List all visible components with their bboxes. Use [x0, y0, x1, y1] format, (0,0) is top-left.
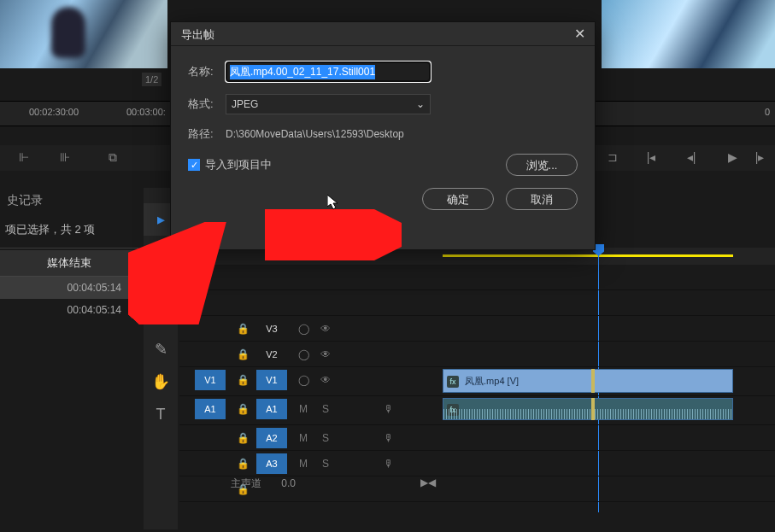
step-back2-icon[interactable]: ◂|: [683, 149, 700, 166]
video-clip[interactable]: fx 凤凰.mp4 [V]: [443, 369, 733, 393]
format-select[interactable]: JPEG ⌄: [226, 94, 431, 114]
selection-status: 项已选择，共 2 项: [0, 212, 138, 248]
eye-icon[interactable]: 👁: [314, 342, 337, 366]
track-v3[interactable]: 🔒 V3 ◯ 👁: [179, 316, 775, 342]
import-label: 导入到项目中: [205, 157, 272, 172]
browse-button[interactable]: 浏览...: [506, 154, 578, 176]
annotation-arrow: [265, 209, 402, 260]
insert-icon[interactable]: ⧉: [104, 149, 121, 166]
dialog-titlebar[interactable]: 导出帧 ✕: [171, 22, 595, 46]
track-label-v2[interactable]: V2: [256, 344, 287, 365]
program-monitor-thumb-left: [0, 0, 167, 68]
close-icon[interactable]: ✕: [571, 26, 588, 43]
lock-icon[interactable]: 🔒: [231, 451, 255, 476]
cancel-button[interactable]: 取消: [506, 188, 578, 210]
master-label: 主声道: [231, 477, 261, 489]
track-label-a3[interactable]: A3: [256, 453, 287, 474]
history-col-header[interactable]: 媒体结束: [0, 250, 138, 277]
solo-icon[interactable]: S: [314, 425, 337, 450]
annotation-arrow: [128, 222, 231, 324]
track-label-v3[interactable]: V3: [256, 319, 287, 339]
dialog-title: 导出帧: [181, 28, 214, 41]
fx-badge: fx: [447, 404, 459, 416]
audio-clip[interactable]: fx: [443, 398, 733, 420]
type-tool-icon[interactable]: T: [144, 398, 178, 430]
lock-icon[interactable]: 🔒: [231, 342, 255, 366]
ruler-tick: 00:02:30:00: [29, 107, 79, 117]
toggle-output-icon[interactable]: ◯: [292, 367, 314, 395]
loop-icon[interactable]: ▶◀: [420, 476, 436, 488]
mic-icon[interactable]: 🎙: [378, 451, 400, 476]
chevron-down-icon: ⌄: [416, 98, 425, 110]
solo-icon[interactable]: S: [314, 451, 337, 476]
track-v1[interactable]: V1 🔒 V1 ◯ 👁 fx 凤凰.mp4 [V]: [179, 367, 775, 396]
mic-icon[interactable]: 🎙: [378, 396, 400, 424]
timeline-panel: 🔒 V3 ◯ 👁 🔒 V2 ◯ 👁 V1 🔒 V1 ◯ 👁 fx 凤凰.mp4 …: [179, 248, 775, 532]
format-label: 格式:: [188, 96, 226, 112]
track-a3[interactable]: 🔒 A3 M S 🎙: [179, 451, 775, 476]
ok-button[interactable]: 确定: [422, 188, 494, 210]
lock-icon[interactable]: 🔒: [231, 316, 255, 341]
step-fwd2-icon[interactable]: |▸: [751, 149, 768, 166]
name-input[interactable]: [226, 61, 431, 82]
solo-icon[interactable]: S: [314, 396, 337, 424]
mic-icon[interactable]: 🎙: [378, 425, 400, 450]
toggle-output-icon[interactable]: ◯: [292, 316, 314, 341]
path-label: 路径:: [188, 126, 226, 142]
fx-badge: fx: [447, 376, 459, 388]
mark-out-icon[interactable]: ⊐: [604, 149, 621, 166]
source-patch-a1[interactable]: A1: [195, 399, 226, 419]
source-patch-v1[interactable]: V1: [195, 370, 226, 390]
toggle-output-icon[interactable]: ◯: [292, 342, 314, 366]
lock-icon[interactable]: 🔒: [231, 425, 255, 450]
ruler-tick: 00:03:00:: [126, 107, 166, 117]
pen-tool-icon[interactable]: ✎: [144, 333, 178, 365]
track-a2[interactable]: 🔒 A2 M S 🎙: [179, 425, 775, 451]
thumb-page-count: 1/2: [142, 73, 161, 86]
track-label-v1[interactable]: V1: [256, 370, 287, 390]
clip-edge[interactable]: [591, 369, 595, 393]
track-a1[interactable]: A1 🔒 A1 M S 🎙 fx: [179, 396, 775, 425]
lock-icon[interactable]: 🔒: [231, 367, 255, 395]
track-master[interactable]: 🔒 主声道 0.0 ▶◀: [179, 476, 775, 502]
mute-icon[interactable]: M: [292, 451, 314, 476]
path-value: D:\360MoveData\Users\12593\Desktop: [226, 128, 404, 140]
cursor-icon: [327, 195, 339, 213]
check-icon: ✓: [188, 159, 200, 171]
track-label-a1[interactable]: A1: [256, 399, 287, 419]
clip-edge[interactable]: [591, 398, 595, 420]
lock-icon[interactable]: 🔒: [231, 396, 255, 424]
play-icon[interactable]: ▶: [724, 149, 741, 166]
svg-line-1: [137, 239, 205, 316]
history-row[interactable]: 00:04:05:14: [0, 299, 138, 321]
ruler-tick: 0: [765, 107, 770, 117]
step-fwd-icon[interactable]: ⊪: [56, 149, 73, 166]
history-panel: 史记录 项已选择，共 2 项 媒体结束 00:04:05:14 00:04:05…: [0, 190, 138, 321]
import-checkbox[interactable]: ✓ 导入到项目中: [188, 157, 272, 172]
step-back-icon[interactable]: ⊩: [15, 149, 32, 166]
mute-icon[interactable]: M: [292, 425, 314, 450]
history-row[interactable]: 00:04:05:14: [0, 277, 138, 299]
work-area-bar[interactable]: [443, 254, 733, 257]
hand-tool-icon[interactable]: ✋: [144, 365, 178, 398]
name-label: 名称:: [188, 64, 226, 79]
eye-icon[interactable]: 👁: [314, 367, 337, 395]
program-monitor-thumb-right: [602, 0, 775, 68]
history-title: 史记录: [0, 190, 138, 212]
master-value: 0.0: [281, 477, 296, 489]
go-in-icon[interactable]: |◂: [643, 149, 660, 166]
clip-label: 凤凰.mp4 [V]: [465, 376, 519, 386]
mute-icon[interactable]: M: [292, 396, 314, 424]
track-label-a2[interactable]: A2: [256, 428, 287, 448]
eye-icon[interactable]: 👁: [314, 316, 337, 341]
svg-marker-0: [327, 195, 338, 209]
track-v2[interactable]: 🔒 V2 ◯ 👁: [179, 342, 775, 367]
format-value: JPEG: [232, 98, 258, 110]
